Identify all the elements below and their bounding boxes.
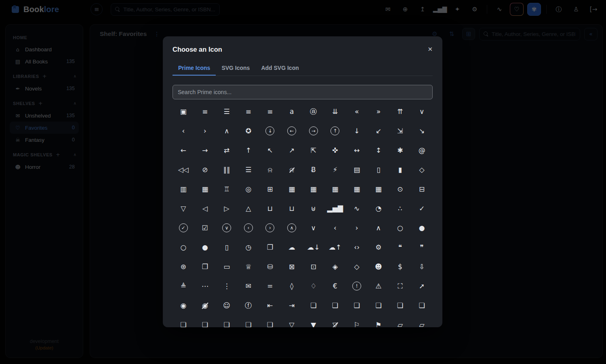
pi-clock[interactable]: ◷ — [240, 239, 257, 255]
pi-folder-open[interactable]: ▱ — [413, 317, 431, 327]
pi-address-book[interactable]: ▣ — [175, 103, 192, 120]
pi-chevron-circle-right[interactable]: › — [261, 220, 279, 236]
pi-directions[interactable]: ◈ — [326, 259, 344, 275]
pi-circle-off[interactable]: ○ — [175, 239, 192, 255]
pi-cog[interactable]: ⚙ — [370, 239, 387, 255]
pi-caret-up[interactable]: △ — [240, 200, 257, 217]
pi-chevron-circle-left[interactable]: ‹ — [240, 220, 257, 236]
pi-cart-minus[interactable]: ⊔ — [283, 200, 301, 217]
pi-bookmark-fill[interactable]: ▮ — [391, 162, 409, 178]
pi-arrows-h[interactable]: ↔ — [348, 142, 366, 158]
pi-eraser[interactable]: ◊ — [283, 278, 301, 294]
pi-copy[interactable]: ❐ — [196, 259, 214, 275]
pi-calendar-times[interactable]: ▦ — [370, 181, 387, 197]
pi-chart-line[interactable]: ∿ — [348, 200, 366, 217]
pi-align-right[interactable]: ≡ — [261, 103, 279, 120]
pi-caret-left[interactable]: ◁ — [196, 200, 214, 217]
pi-angle-double-right[interactable]: » — [370, 103, 387, 120]
pi-eye[interactable]: ◉ — [175, 297, 192, 314]
pi-fast-forward[interactable]: ⇥ — [283, 297, 301, 314]
pi-box[interactable]: ◇ — [413, 162, 431, 178]
pi-arrow-right-arrow-left[interactable]: ⇄ — [218, 142, 236, 158]
icon-search-input[interactable] — [178, 89, 427, 95]
pi-arrow-up-right[interactable]: ↗ — [283, 142, 301, 158]
pi-arrow-circle-down[interactable]: ↓ — [261, 123, 279, 139]
pi-facebook[interactable]: ⓕ — [240, 297, 257, 314]
pi-eye-slash[interactable]: ◉ — [196, 297, 214, 314]
pi-ellipsis-h[interactable]: ⋯ — [196, 278, 214, 294]
pi-circle-fill[interactable]: ● — [413, 220, 431, 236]
pi-chevron-right[interactable]: › — [348, 220, 366, 236]
pi-directions-alt[interactable]: ◇ — [348, 259, 366, 275]
pi-angle-down[interactable]: ∨ — [413, 103, 431, 120]
pi-download[interactable]: ⇩ — [413, 259, 431, 275]
pi-angle-double-up[interactable]: ⇈ — [391, 103, 409, 120]
pi-align-left[interactable]: ≡ — [240, 103, 257, 120]
pi-folder[interactable]: ▱ — [391, 317, 409, 327]
pi-desktop[interactable]: ⊡ — [305, 259, 322, 275]
pi-angle-up[interactable]: ∧ — [218, 123, 236, 139]
tab-add-svg-icon[interactable]: Add SVG Icon — [255, 61, 304, 76]
pi-arrow-circle-up[interactable]: ↑ — [326, 123, 344, 139]
pi-chevron-circle-down[interactable]: ∨ — [218, 220, 236, 236]
pi-calculator[interactable]: ⊞ — [261, 181, 279, 197]
pi-cloud[interactable]: ☁ — [283, 239, 301, 255]
pi-comment[interactable]: ❝ — [391, 239, 409, 255]
pi-asterisk[interactable]: ✱ — [391, 142, 409, 158]
pi-arrow-down[interactable]: ↓ — [348, 123, 366, 139]
pi-android[interactable]: ⓐ — [305, 103, 322, 120]
pi-exclamation-triangle[interactable]: ⚠ — [370, 278, 387, 294]
pi-apple[interactable]: ✪ — [240, 123, 257, 139]
pi-angle-right[interactable]: › — [196, 123, 214, 139]
pi-chevron-circle-up[interactable]: ∧ — [283, 220, 301, 236]
pi-credit-card[interactable]: ▭ — [218, 259, 236, 275]
pi-code[interactable]: ‹› — [348, 239, 366, 255]
pi-chart-bar[interactable]: ▂▅▇ — [326, 200, 344, 217]
pi-file-pdf[interactable]: ❏ — [218, 317, 236, 327]
pi-file-edit[interactable]: ❏ — [370, 297, 387, 314]
pi-angle-double-down[interactable]: ⇊ — [326, 103, 344, 120]
pi-circle-on[interactable]: ● — [196, 239, 214, 255]
pi-arrow-up-left[interactable]: ↖ — [261, 142, 279, 158]
pi-chart-pie[interactable]: ◔ — [370, 200, 387, 217]
pi-external-link[interactable]: ➚ — [413, 278, 431, 294]
pi-file-word[interactable]: ❏ — [261, 317, 279, 327]
pi-filter[interactable]: ▽ — [283, 317, 301, 327]
pi-arrows-v[interactable]: ↕ — [370, 142, 387, 158]
pi-amazon[interactable]: a — [283, 103, 301, 120]
pi-backward[interactable]: ◁◁ — [175, 162, 192, 178]
pi-cloud-upload[interactable]: ☁↑ — [326, 239, 344, 255]
pi-arrow-circle-left[interactable]: ← — [283, 123, 301, 139]
pi-bell[interactable]: ⍾ — [261, 162, 279, 178]
pi-bullseye[interactable]: ◎ — [240, 181, 257, 197]
pi-circle[interactable]: ○ — [391, 220, 409, 236]
pi-check[interactable]: ✓ — [413, 200, 431, 217]
pi-ethereum[interactable]: ♢ — [305, 278, 322, 294]
pi-check-circle[interactable]: ✓ — [175, 220, 192, 236]
pi-dollar[interactable]: $ — [391, 259, 409, 275]
pi-cloud-download[interactable]: ☁↓ — [305, 239, 322, 255]
pi-filter-fill[interactable]: ▼ — [305, 317, 322, 327]
pi-eject[interactable]: ≜ — [175, 278, 192, 294]
pi-file-import[interactable]: ❏ — [175, 317, 192, 327]
pi-align-justify[interactable]: ☰ — [218, 103, 236, 120]
pi-expand[interactable]: ⛶ — [391, 278, 409, 294]
pi-at[interactable]: @ — [413, 142, 431, 158]
pi-bookmark[interactable]: ▯ — [370, 162, 387, 178]
pi-calendar-minus[interactable]: ▦ — [326, 181, 344, 197]
pi-check-square[interactable]: ☑ — [196, 220, 214, 236]
pi-clone[interactable]: ❐ — [261, 239, 279, 255]
pi-fast-backward[interactable]: ⇤ — [261, 297, 279, 314]
pi-compass[interactable]: ⊛ — [175, 259, 192, 275]
pi-arrow-down-right[interactable]: ↘ — [413, 123, 431, 139]
pi-ban[interactable]: ⊘ — [196, 162, 214, 178]
pi-face-smile[interactable]: ☺ — [218, 297, 236, 314]
pi-flag[interactable]: ⚐ — [348, 317, 366, 327]
pi-envelope[interactable]: ✉ — [240, 278, 257, 294]
pi-bitcoin[interactable]: Ƀ — [305, 162, 322, 178]
pi-euro[interactable]: € — [326, 278, 344, 294]
pi-arrow-circle-right[interactable]: → — [305, 123, 322, 139]
pi-arrow-right[interactable]: → — [196, 142, 214, 158]
pi-caret-down[interactable]: ▽ — [175, 200, 192, 217]
pi-angle-double-left[interactable]: « — [348, 103, 366, 120]
